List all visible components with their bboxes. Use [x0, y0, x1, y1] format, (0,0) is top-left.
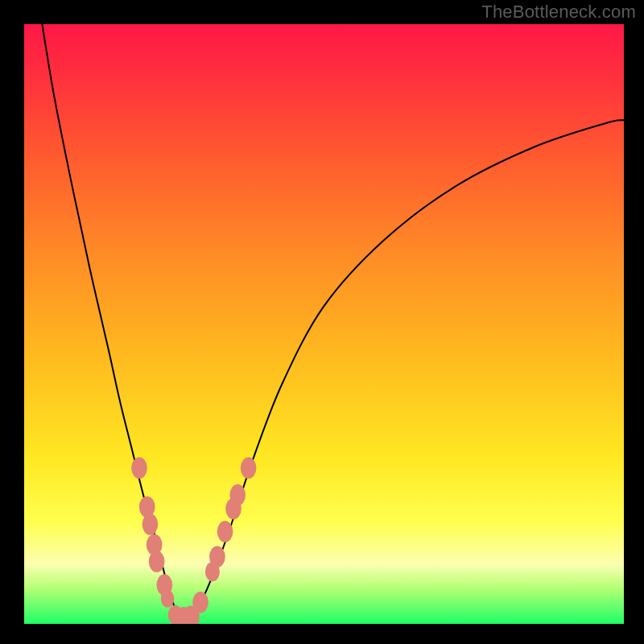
data-markers [131, 457, 256, 624]
bottleneck-curve [42, 24, 624, 619]
chart-frame: TheBottleneck.com [0, 0, 644, 644]
plot-area [24, 24, 624, 624]
data-marker [131, 457, 147, 479]
data-marker [209, 546, 225, 568]
data-marker [142, 514, 159, 535]
data-marker [241, 457, 257, 479]
data-marker [229, 485, 246, 506]
watermark-text: TheBottleneck.com [481, 2, 636, 23]
chart-svg [24, 24, 624, 624]
data-marker [217, 521, 233, 543]
data-marker [161, 590, 174, 608]
data-marker [149, 551, 165, 572]
data-marker [192, 592, 208, 613]
